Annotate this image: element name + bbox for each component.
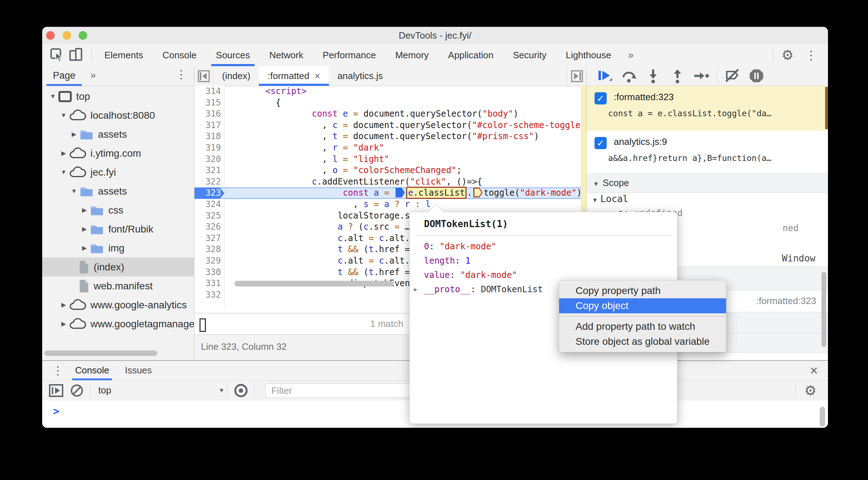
line-number[interactable]: 324 [194, 199, 225, 210]
line-number[interactable]: 318 [194, 131, 225, 142]
tree-item--index-[interactable]: (index) [42, 258, 194, 276]
code-line[interactable]: 318 , t = document.querySelector("#prism… [194, 131, 586, 142]
line-number[interactable]: 331 [194, 278, 225, 289]
code-line[interactable]: 322 c.addEventListener("click", ()=>{ [194, 176, 586, 188]
breakpoint-checkbox[interactable]: ✓ [595, 92, 607, 104]
step-into-icon[interactable] [641, 68, 665, 84]
tree-item-assets[interactable]: ▶assets [42, 125, 194, 144]
line-number[interactable]: 322 [194, 176, 225, 188]
tree-item-localhost-8080[interactable]: ▼localhost:8080 [42, 106, 194, 125]
tree-item-i-ytimg-com[interactable]: ▶i.ytimg.com [42, 144, 194, 163]
drawer-tab-console[interactable]: Console [67, 361, 117, 380]
navigator-kebab-icon[interactable]: ⋮ [176, 68, 187, 81]
menu-item-copy-object[interactable]: Copy object [559, 298, 726, 313]
code-line[interactable]: 314 <script> [194, 86, 586, 97]
disclosure-closed-icon[interactable]: ▶ [58, 320, 69, 328]
search-input-caret[interactable] [199, 318, 206, 332]
editor-tab-scroll-left-icon[interactable] [194, 66, 213, 86]
navigator-more-tabs-icon[interactable]: » [90, 66, 96, 86]
disclosure-closed-icon[interactable]: ▶ [69, 131, 79, 138]
disclosure-closed-icon[interactable]: ▶ [79, 244, 90, 252]
console-vertical-scrollbar[interactable] [820, 407, 825, 427]
tree-item-css[interactable]: ▶css [42, 201, 194, 220]
sidebar-horizontal-scrollbar[interactable] [44, 351, 157, 356]
line-number[interactable]: 316 [194, 108, 225, 120]
drawer-kebab-icon[interactable]: ⋮ [52, 364, 64, 377]
tab-security[interactable]: Security [503, 44, 556, 66]
tab-page[interactable]: Page [53, 66, 75, 86]
expand-arrow-icon[interactable]: ▶ [414, 282, 417, 297]
line-number[interactable]: 315 [194, 97, 225, 109]
tree-item-top[interactable]: ▼top [42, 87, 194, 106]
disclosure-closed-icon[interactable]: ▶ [79, 225, 90, 233]
step-icon[interactable] [690, 68, 714, 84]
disclosure-closed-icon[interactable]: ▶ [58, 150, 69, 157]
tree-item-web-manifest[interactable]: web.manifest [42, 276, 194, 295]
scope-global-value[interactable]: Window [782, 253, 815, 264]
debugger-vertical-scrollbar[interactable] [822, 272, 826, 347]
menu-item-store-object-as-global-variable[interactable]: Store object as global variable [559, 334, 726, 349]
inspect-icon[interactable] [48, 47, 66, 63]
drawer-close-icon[interactable]: × [810, 363, 818, 378]
line-number[interactable]: 317 [194, 120, 225, 131]
breakpoint-checkbox[interactable]: ✓ [595, 137, 607, 149]
code-line[interactable]: 324 , s = a ? r : l [194, 199, 586, 210]
code-line[interactable]: 320 , l = "light" [194, 154, 586, 165]
console-sidebar-toggle-icon[interactable] [46, 382, 66, 399]
line-number[interactable]: 328 [194, 244, 225, 255]
tab-close-icon[interactable]: × [315, 70, 320, 82]
code-line[interactable]: 319 , r = "dark" [194, 142, 586, 154]
tree-item-www-googletagmanage[interactable]: ▶www.googletagmanage [42, 314, 194, 333]
continue-to-here-marker-outline[interactable] [473, 187, 483, 197]
line-number[interactable]: 314 [194, 86, 225, 97]
main-menu-kebab-icon[interactable]: ⋮ [799, 49, 823, 61]
line-number[interactable]: 323 [194, 187, 225, 199]
code-line[interactable]: 317 , c = document.querySelector("#color… [194, 120, 586, 131]
breakpoint-entry[interactable]: ✓:formatted:323const a = e.classList.tog… [587, 86, 828, 131]
eye-icon[interactable] [231, 382, 251, 399]
code-line[interactable]: 315 { [194, 97, 586, 109]
step-out-icon[interactable] [665, 68, 690, 84]
editor-tab--formatted[interactable]: :formatted× [259, 66, 329, 86]
scope-section-header[interactable]: ▼Scope [587, 173, 828, 193]
line-number[interactable]: 327 [194, 233, 225, 244]
line-number[interactable]: 321 [194, 165, 225, 176]
object-property-row[interactable]: 0: "dark-mode" [410, 239, 677, 254]
menu-item-add-property-path-to-watch[interactable]: Add property path to watch [559, 319, 726, 334]
tab-sources[interactable]: Sources [206, 44, 260, 66]
tree-item-img[interactable]: ▶img [42, 239, 194, 258]
menu-item-copy-property-path[interactable]: Copy property path [559, 283, 726, 298]
context-dropdown-icon[interactable]: ▼ [218, 387, 225, 394]
tab-application[interactable]: Application [438, 44, 503, 66]
clear-console-icon[interactable] [66, 382, 87, 399]
disclosure-closed-icon[interactable]: ▶ [58, 301, 69, 309]
disclosure-open-icon[interactable]: ▼ [58, 169, 69, 176]
editor-tab--index-[interactable]: (index) [213, 66, 259, 86]
console-context-selector[interactable]: top [98, 385, 111, 396]
line-number[interactable]: 330 [194, 267, 225, 278]
line-number[interactable]: 320 [194, 154, 225, 165]
tab-lighthouse[interactable]: Lighthouse [556, 44, 621, 66]
step-over-icon[interactable] [617, 68, 641, 84]
resume-button[interactable] [592, 68, 617, 84]
tree-item-assets[interactable]: ▼assets [42, 182, 194, 201]
tree-item-jec-fyi[interactable]: ▼jec.fyi [42, 163, 194, 182]
breakpoint-entry[interactable]: ✓analytics.js:9a&&a.href}return a},B=fun… [587, 131, 828, 174]
pause-on-exceptions-icon[interactable] [744, 68, 769, 84]
tab-memory[interactable]: Memory [385, 44, 438, 66]
line-number[interactable]: 329 [194, 255, 225, 267]
editor-tab-analytics-js[interactable]: analytics.js [329, 66, 391, 86]
settings-gear-icon[interactable]: ⚙ [776, 48, 799, 62]
editor-horizontal-scrollbar[interactable] [235, 281, 394, 286]
deactivate-breakpoints-icon[interactable] [720, 68, 744, 84]
more-tabs-icon[interactable]: » [621, 44, 641, 66]
line-number[interactable]: 326 [194, 221, 225, 233]
paused-execution-line[interactable]: 323 const a = e.classList.toggle("dark-m… [194, 187, 586, 199]
scope-local-row[interactable]: ▼Local [587, 194, 628, 204]
tab-console[interactable]: Console [153, 44, 206, 66]
drawer-tab-issues[interactable]: Issues [117, 361, 159, 380]
code-line[interactable]: 321 , o = "colorSchemeChanged"; [194, 165, 586, 176]
console-settings-gear-icon[interactable]: ⚙ [799, 384, 822, 397]
line-number[interactable]: 319 [194, 142, 225, 154]
code-line[interactable]: 316 const e = document.querySelector("bo… [194, 108, 586, 120]
